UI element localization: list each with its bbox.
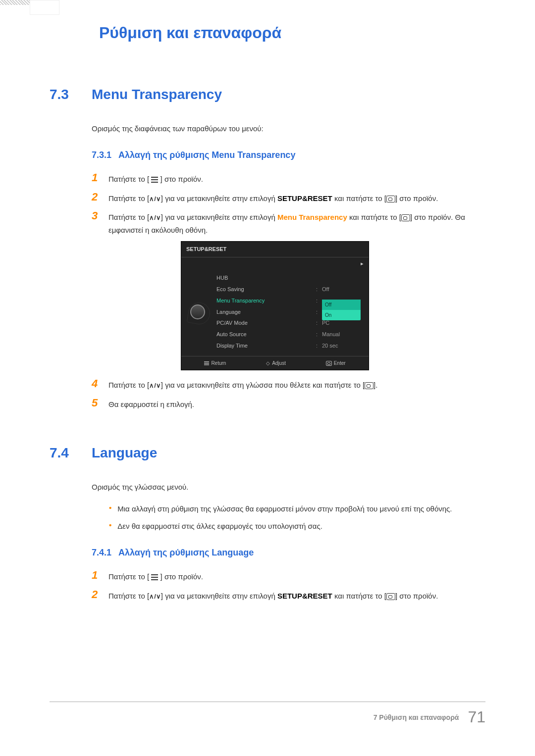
osd-row-display-time: Display Time:20 sec	[214, 340, 364, 352]
step-3: 3 Πατήστε το [∧/∨] για να μετακινηθείτε …	[92, 209, 485, 236]
chapter-title: Ρύθμιση και επαναφορά	[99, 24, 485, 42]
osd-footer-enter: Enter	[326, 359, 346, 367]
menu-icon	[151, 177, 158, 183]
osd-row-hub: HUB	[214, 272, 364, 284]
subsection-heading: 7.3.1 Αλλαγή της ρύθμισης Menu Transpare…	[92, 148, 485, 163]
subsection-heading: 7.4.1 Αλλαγή της ρύθμισης Language	[92, 545, 485, 560]
section-number: 7.3	[50, 87, 79, 102]
enter-icon	[365, 382, 374, 389]
menu-icon	[204, 361, 209, 365]
up-down-icon: ∧/∨	[149, 212, 161, 223]
footer-page-number: 71	[468, 708, 485, 726]
osd-panel: SETUP&RESET ▸ HUB Eco Saving:Off Menu Tr…	[181, 241, 369, 370]
section-number: 7.4	[50, 445, 79, 461]
enter-icon	[401, 214, 410, 221]
enter-icon	[386, 593, 395, 600]
osd-title: SETUP&RESET	[181, 242, 369, 257]
osd-arrow-icon: ▸	[181, 257, 369, 270]
section-intro: Ορισμός της γλώσσας μενού.	[92, 481, 485, 494]
step-5: 5 Θα εφαρμοστεί η επιλογή.	[92, 397, 485, 411]
up-down-icon: ∧/∨	[149, 194, 161, 204]
osd-footer-adjust: ◇Adjust	[266, 359, 286, 367]
section-intro: Ορισμός της διαφάνειας των παραθύρων του…	[92, 122, 485, 135]
section-7-3: 7.3 Menu Transparency Ορισμός της διαφάν…	[50, 87, 485, 410]
bullet-2: •Δεν θα εφαρμοστεί στις άλλες εφαρμογές …	[109, 520, 485, 533]
osd-row-auto: Auto Source:Manual	[214, 329, 364, 340]
step-1: 1 Πατήστε το [ ] στο προϊόν.	[92, 171, 485, 186]
section-title: Menu Transparency	[92, 87, 222, 102]
step-2: 2 Πατήστε το [∧/∨] για να μετακινηθείτε …	[92, 191, 485, 205]
osd-footer-return: Return	[204, 359, 226, 367]
step-2: 2 Πατήστε το [∧/∨] για να μετακινηθείτε …	[92, 588, 485, 603]
osd-options-popup: Off On	[322, 300, 361, 320]
footer-chapter-label: 7 Ρύθμιση και επαναφορά	[374, 713, 459, 721]
menu-icon	[151, 574, 158, 580]
section-7-4: 7.4 Language Ορισμός της γλώσσας μενού. …	[50, 445, 485, 602]
step-1: 1 Πατήστε το [ ] στο προϊόν.	[92, 569, 485, 583]
osd-row-eco: Eco Saving:Off	[214, 284, 364, 295]
section-title: Language	[92, 445, 157, 461]
page-footer: 7 Ρύθμιση και επαναφορά 71	[50, 702, 485, 726]
page-corner-decoration	[0, 0, 64, 20]
enter-icon	[386, 196, 395, 202]
step-4: 4 Πατήστε το [∧/∨] για να μετακινηθείτε …	[92, 377, 485, 392]
enter-icon	[326, 361, 332, 366]
adjust-icon: ◇	[266, 359, 270, 367]
osd-dial-icon	[186, 272, 209, 351]
up-down-icon: ∧/∨	[149, 380, 161, 391]
osd-row-menu-transparency: Menu Transparency: Off On	[214, 295, 364, 306]
bullet-1: •Μια αλλαγή στη ρύθμιση της γλώσσας θα ε…	[109, 503, 485, 515]
up-down-icon: ∧/∨	[149, 591, 161, 602]
